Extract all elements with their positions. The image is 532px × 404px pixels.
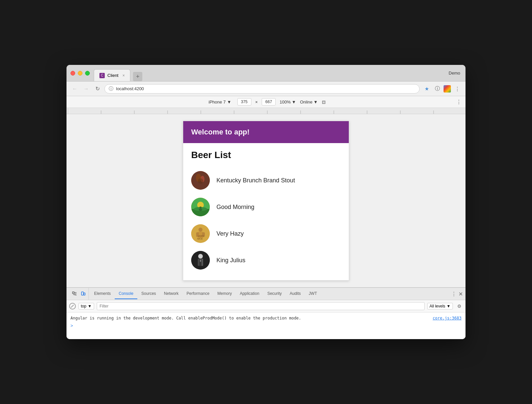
beer-name-kentucky: Kentucky Brunch Brand Stout (216, 177, 295, 184)
devtools-tab-jwt-label: JWT (309, 291, 317, 296)
device-mode-button[interactable] (79, 290, 87, 298)
devtools-tab-application-label: Application (240, 291, 259, 296)
devtools-tab-elements[interactable]: Elements (90, 289, 115, 299)
device-name: iPhone 7 (208, 100, 225, 104)
phone-frame: Welcome to app! Beer List Kentucky (183, 121, 349, 281)
devtools-tab-network[interactable]: Network (160, 289, 183, 299)
beer-avatar-kingjulius (191, 251, 210, 270)
maximize-traffic-light[interactable] (85, 71, 90, 76)
forward-button[interactable]: → (82, 85, 90, 93)
info-icon: ⓘ (109, 86, 113, 92)
zoom-level: 100% (280, 100, 291, 104)
console-context-selector[interactable]: top ▼ (78, 303, 94, 309)
beer-name-veryhazy: Very Hazy (216, 230, 244, 237)
address-text: localhost:4200 (116, 86, 415, 91)
devtools-tab-sources-label: Sources (141, 291, 156, 296)
devtools-tab-application[interactable]: Application (236, 289, 263, 299)
dimension-separator: × (255, 100, 258, 104)
svg-rect-40 (84, 293, 85, 295)
back-icon: ← (72, 86, 77, 92)
minimize-traffic-light[interactable] (78, 71, 82, 76)
app-content: Beer List Kentucky Brunch Brand Stout (183, 143, 349, 280)
content-area: Welcome to app! Beer List Kentucky (66, 114, 466, 287)
beer-item[interactable]: King Julius (191, 247, 341, 274)
beer-list-title: Beer List (191, 150, 341, 160)
address-bar[interactable]: ⓘ localhost:4200 (104, 84, 420, 94)
inspect-element-button[interactable] (70, 290, 78, 298)
app-header: Welcome to app! (183, 121, 349, 143)
zoom-selector[interactable]: 100% ▼ (280, 100, 296, 104)
beer-name-goodmorning: Good Morning (216, 204, 254, 211)
profile-label: Demo (449, 71, 460, 76)
menu-button[interactable]: ⋮ (453, 85, 462, 93)
devtools-tab-security[interactable]: Security (263, 289, 286, 299)
svg-rect-35 (72, 292, 74, 294)
close-traffic-light[interactable] (70, 71, 75, 76)
svg-rect-39 (81, 292, 83, 295)
device-toolbar: iPhone 7 ▼ × 100% ▼ Online ▼ ⧈ ⋮ (66, 96, 466, 108)
bookmark-button[interactable]: ★ (422, 85, 431, 93)
browser-window: C Client × + Demo ← → ↻ ⓘ localhost:4200… (66, 65, 466, 339)
devtools-tabs-right: ⋮ ✕ (451, 291, 463, 297)
shield-icon-btn[interactable]: ⓘ (433, 85, 442, 93)
tab-area: C Client × + (94, 65, 142, 81)
devtools-close-button[interactable]: ✕ (459, 291, 463, 297)
devtools-tab-console-label: Console (119, 291, 133, 296)
device-selector[interactable]: iPhone 7 ▼ (206, 99, 233, 105)
beer-name-kingjulius: King Julius (216, 257, 245, 264)
width-input[interactable] (237, 98, 251, 105)
devtools-panel: Elements Console Sources Network Perform… (66, 287, 466, 339)
devtools-tab-performance-label: Performance (187, 291, 209, 296)
refresh-icon: ↻ (95, 86, 100, 92)
tab-favicon: C (99, 73, 105, 78)
ruler-marks (68, 108, 464, 114)
console-chevron-icon: > (70, 323, 73, 328)
devtools-icons (69, 288, 89, 300)
devtools-tab-audits-label: Audits (290, 291, 301, 296)
clear-console-button[interactable] (69, 303, 76, 309)
svg-point-15 (198, 178, 203, 184)
network-selector[interactable]: Online ▼ (300, 100, 318, 104)
console-settings-button[interactable]: ⚙ (456, 303, 463, 310)
svg-text:NICE: NICE (197, 238, 203, 240)
devtools-tab-memory-label: Memory (217, 291, 232, 296)
beer-item[interactable]: Good Morning (191, 194, 341, 220)
height-input[interactable] (262, 98, 276, 105)
active-tab[interactable]: C Client × (94, 69, 130, 81)
devtools-tab-security-label: Security (267, 291, 282, 296)
console-levels-selector[interactable]: All levels ▼ (427, 303, 453, 309)
devtools-more-button[interactable]: ⋮ (451, 291, 457, 297)
devtools-tab-network-label: Network (164, 291, 179, 296)
svg-line-38 (73, 295, 76, 295)
tab-title: Client (107, 73, 118, 78)
beer-item[interactable]: Kentucky Brunch Brand Stout (191, 167, 341, 194)
console-prompt[interactable]: > (70, 322, 462, 329)
title-bar: C Client × + Demo (66, 65, 466, 82)
svg-point-20 (200, 206, 201, 208)
devtools-tab-sources[interactable]: Sources (137, 289, 160, 299)
rotate-icon[interactable]: ⧈ (322, 99, 326, 105)
levels-dropdown-icon: ▼ (447, 304, 451, 308)
forward-icon: → (83, 86, 89, 92)
back-button[interactable]: ← (70, 85, 79, 93)
console-message-link[interactable]: core.js:3683 (433, 316, 462, 320)
network-dropdown-icon: ▼ (314, 100, 318, 104)
new-tab-button[interactable]: + (133, 72, 142, 81)
nav-icons-right: ★ ⓘ ⋮ (422, 85, 462, 93)
svg-text:VERY: VERY (198, 235, 204, 237)
devtools-tab-performance[interactable]: Performance (183, 289, 213, 299)
beer-item[interactable]: VERY NICE Very Hazy (191, 220, 341, 247)
tab-close-button[interactable]: × (122, 73, 125, 78)
console-message-text: Angular is running in the development mo… (70, 316, 429, 320)
devtools-tab-audits[interactable]: Audits (286, 289, 305, 299)
extension-icon[interactable] (444, 85, 451, 93)
svg-point-23 (199, 228, 202, 232)
app-header-title: Welcome to app! (191, 128, 341, 136)
devtools-tab-console[interactable]: Console (115, 289, 137, 299)
devtools-tab-jwt[interactable]: JWT (305, 289, 321, 299)
more-options-icon[interactable]: ⋮ (456, 99, 462, 105)
refresh-button[interactable]: ↻ (93, 85, 102, 93)
devtools-tab-memory[interactable]: Memory (213, 289, 236, 299)
console-filter-input[interactable] (97, 302, 425, 310)
beer-avatar-kentucky (191, 171, 210, 190)
